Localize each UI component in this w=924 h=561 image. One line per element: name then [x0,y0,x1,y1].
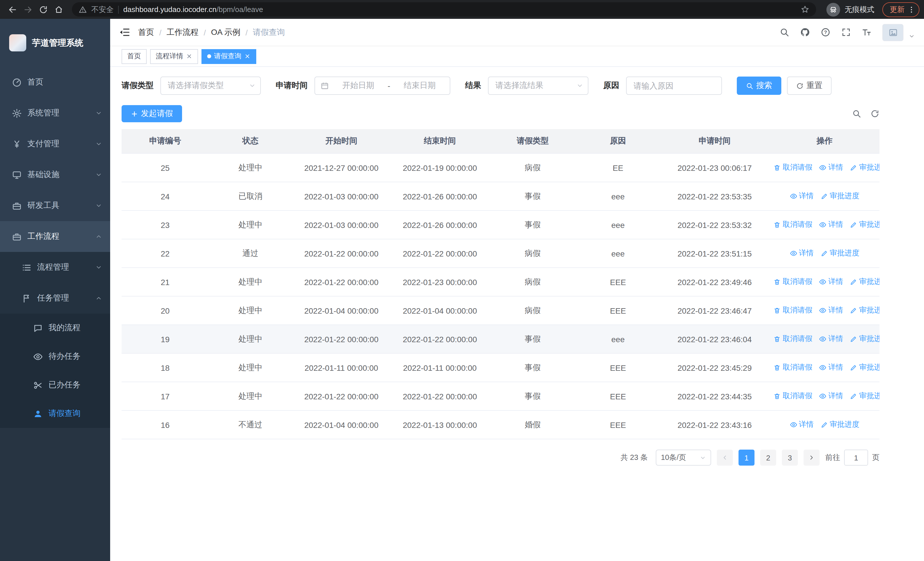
sidebar-item-my-process[interactable]: 我的流程 [0,314,110,342]
approval-progress-link[interactable]: 审批进度 [850,391,879,401]
cell-start-time: 2022-01-22 00:00:00 [292,382,391,411]
tab-home[interactable]: 首页 [122,49,147,64]
prev-page-button[interactable] [717,450,733,466]
screen: 不安全 dashboard.yudao.iocoder.cn/bpm/oa/le… [0,0,924,561]
leave-table-body: 25处理中2021-12-27 00:00:002022-01-19 00:00… [122,153,879,439]
breadcrumb-oa-example[interactable]: OA 示例 [211,27,240,38]
caret-down-icon[interactable] [909,33,915,39]
sidebar-item-task-management[interactable]: 任务管理 [0,283,110,314]
security-label[interactable]: 不安全 [92,4,114,15]
action-icon [774,278,781,286]
start-date-input[interactable]: 开始日期 [334,81,382,91]
fullscreen-icon[interactable] [841,27,851,37]
search-icon[interactable] [780,27,789,37]
table-refresh-button[interactable] [870,109,879,118]
goto-page-input[interactable] [844,450,868,466]
detail-link[interactable]: 详情 [819,305,843,316]
sidebar-item-infrastructure[interactable]: 基础设施 [0,159,110,190]
cancel-leave-link[interactable]: 取消请假 [774,391,812,401]
page-button-2[interactable]: 2 [760,450,776,466]
cancel-leave-link[interactable]: 取消请假 [774,334,812,344]
sidebar-item-system-management[interactable]: 系统管理 [0,98,110,129]
col-reason: 原因 [576,129,660,153]
address-bar[interactable]: 不安全 dashboard.yudao.iocoder.cn/bpm/oa/le… [72,2,816,17]
cell-end-time: 2022-01-04 00:00:00 [391,296,489,325]
detail-link[interactable]: 详情 [819,362,843,373]
approval-progress-link[interactable]: 审批进度 [850,277,879,287]
approval-progress-link[interactable]: 审批进度 [850,162,879,173]
result-select[interactable]: 请选择流结果 [488,77,588,95]
font-size-icon[interactable] [862,27,872,37]
browser-reload-button[interactable] [35,2,51,17]
plus-icon [131,110,138,117]
approval-progress-link[interactable]: 审批进度 [820,420,859,430]
detail-link[interactable]: 详情 [819,220,843,230]
sidebar-item-leave-query[interactable]: 请假查询 [0,399,110,428]
github-icon[interactable] [800,27,810,37]
action-icon [850,278,858,286]
reason-input[interactable] [626,77,722,95]
browser-back-button[interactable] [4,2,20,17]
tab-process-detail[interactable]: 流程详情 [150,49,198,64]
approval-progress-link[interactable]: 审批进度 [820,248,859,259]
apply-time-range-picker[interactable]: 开始日期 - 结束日期 [315,77,450,95]
page-size-select[interactable]: 10条/页 [656,450,711,466]
breadcrumb-workflow[interactable]: 工作流程 [166,27,199,38]
detail-link[interactable]: 详情 [819,162,843,173]
detail-link[interactable]: 详情 [819,391,843,401]
sidebar-collapse-icon[interactable] [119,27,130,38]
close-icon[interactable] [244,53,250,59]
action-icon [819,221,827,229]
sidebar-item-devtools[interactable]: 研发工具 [0,190,110,221]
avatar[interactable] [882,24,903,41]
cancel-leave-link[interactable]: 取消请假 [774,362,812,373]
bookmark-star-icon[interactable] [801,5,809,14]
sidebar-item-workflow[interactable]: 工作流程 [0,221,110,252]
search-button[interactable]: 搜索 [737,77,782,95]
reset-button[interactable]: 重置 [787,77,831,95]
sidebar-item-pending-tasks[interactable]: 待办任务 [0,342,110,371]
table-search-toggle-button[interactable] [852,109,861,118]
browser-forward-button[interactable] [20,2,35,17]
approval-progress-link[interactable]: 审批进度 [850,305,879,316]
app-logo[interactable]: 芋道管理系统 [0,19,110,67]
cell-start-time: 2022-01-11 00:00:00 [292,353,391,382]
cancel-leave-link[interactable]: 取消请假 [774,277,812,287]
close-icon[interactable] [186,53,192,59]
sidebar-item-home[interactable]: 首页 [0,67,110,98]
end-date-input[interactable]: 结束日期 [396,81,444,91]
detail-link[interactable]: 详情 [819,277,843,287]
page-button-3[interactable]: 3 [782,450,798,466]
filter-label-leave-type: 请假类型 [122,81,153,91]
detail-link[interactable]: 详情 [790,191,814,202]
update-label[interactable]: 更新 [890,4,904,15]
approval-progress-link[interactable]: 审批进度 [820,191,859,202]
update-button[interactable]: 更新 [882,2,920,17]
result-placeholder: 请选择流结果 [495,81,543,91]
cell-start-time: 2022-01-03 00:00:00 [292,211,391,239]
cell-apply-time: 2022-01-22 23:49:46 [660,268,770,296]
page-button-1[interactable]: 1 [738,450,754,466]
approval-progress-link[interactable]: 审批进度 [850,362,879,373]
cancel-leave-link[interactable]: 取消请假 [774,305,812,316]
table-row: 19处理中2022-01-22 00:00:002022-01-22 00:00… [122,325,879,353]
detail-link[interactable]: 详情 [819,334,843,344]
browser-menu-icon[interactable] [908,5,915,14]
breadcrumb-home[interactable]: 首页 [138,27,154,38]
leave-type-select[interactable]: 请选择请假类型 [160,77,261,95]
cell-leave-type: 事假 [489,382,576,411]
cancel-leave-link[interactable]: 取消请假 [774,220,812,230]
approval-progress-link[interactable]: 审批进度 [850,334,879,344]
next-page-button[interactable] [804,450,819,466]
detail-link[interactable]: 详情 [790,420,814,430]
create-leave-button[interactable]: 发起请假 [122,105,182,122]
detail-link[interactable]: 详情 [790,248,814,259]
help-icon[interactable] [821,27,830,37]
browser-home-button[interactable] [51,2,66,17]
cancel-leave-link[interactable]: 取消请假 [774,162,812,173]
sidebar-item-done-tasks[interactable]: 已办任务 [0,371,110,399]
tab-leave-query[interactable]: 请假查询 [201,49,256,64]
sidebar-item-process-management[interactable]: 流程管理 [0,252,110,283]
sidebar-item-payment-management[interactable]: 支付管理 [0,129,110,159]
approval-progress-link[interactable]: 审批进度 [850,220,879,230]
